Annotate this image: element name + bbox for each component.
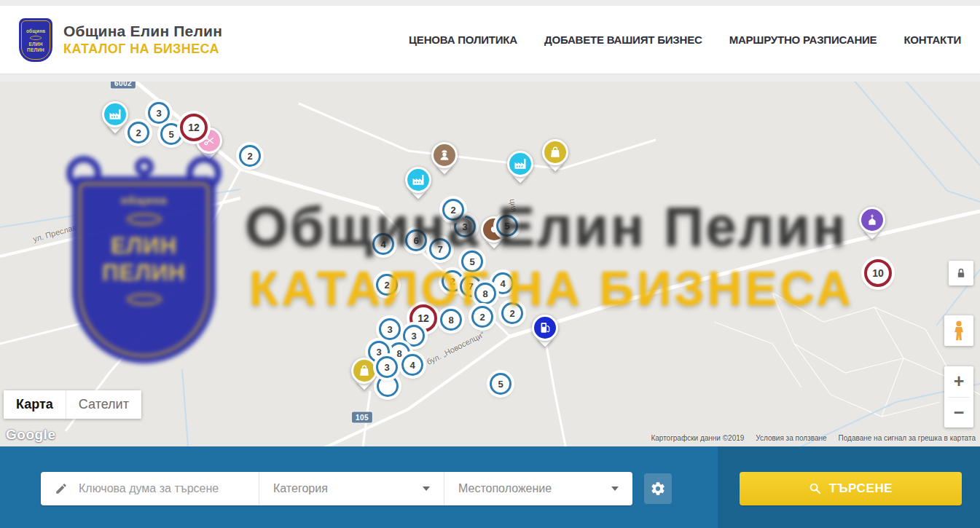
map-cluster-marker[interactable]: 4 xyxy=(372,233,394,255)
worker-icon xyxy=(431,142,458,168)
crest-line1: ЕЛИН xyxy=(22,42,50,47)
map-cluster-marker[interactable]: 3 xyxy=(376,356,398,378)
map-pin-fuel[interactable] xyxy=(528,315,562,355)
map-cluster-marker[interactable]: 2 xyxy=(128,122,149,143)
map-pin-factory[interactable] xyxy=(401,167,435,208)
google-logo[interactable]: Google xyxy=(6,427,55,443)
chevron-down-icon xyxy=(423,486,430,491)
map-cluster-marker[interactable]: 2 xyxy=(471,306,493,328)
keyword-search-input[interactable] xyxy=(77,481,250,496)
advanced-search-button[interactable] xyxy=(644,473,672,504)
search-pill: Категория Местоположение xyxy=(41,472,632,505)
crest-top-text: община xyxy=(22,28,50,34)
search-bar: ТЪРСЕНЕ Категория Местоположение xyxy=(0,446,980,528)
map-pin-shopping-bag[interactable] xyxy=(538,139,572,180)
map-cluster-marker[interactable]: 8 xyxy=(440,309,462,331)
shopping-bag-icon xyxy=(542,139,568,165)
location-select[interactable]: Местоположение xyxy=(444,472,632,505)
attribution-report-error-link[interactable]: Подаване на сигнал за грешка в картата xyxy=(839,434,976,442)
map-cluster-marker[interactable]: 2 xyxy=(239,145,261,167)
map-cluster-marker[interactable] xyxy=(377,375,399,397)
header: община ЕЛИН ПЕЛИН Община Елин Пелин КАТА… xyxy=(0,6,980,74)
page: община ЕЛИН ПЕЛИН Община Елин Пелин КАТА… xyxy=(0,0,980,528)
map-type-switcher: Карта Сателит xyxy=(4,390,141,419)
map-cluster-marker[interactable]: 5 xyxy=(160,123,182,145)
map-cluster-marker[interactable]: 6 xyxy=(405,229,427,251)
lock-icon xyxy=(954,266,968,280)
pegman-icon xyxy=(951,320,967,342)
map-cluster-marker[interactable]: 10 xyxy=(864,259,892,287)
factory-icon xyxy=(102,101,128,127)
map-cluster-marker[interactable]: 8 xyxy=(474,283,496,304)
map-cluster-marker[interactable]: 2 xyxy=(376,274,398,296)
main-nav: ЦЕНОВА ПОЛИТИКА ДОБАВЕТЕ ВАШИЯТ БИЗНЕС М… xyxy=(409,34,961,46)
nav-item-pricing-policy[interactable]: ЦЕНОВА ПОЛИТИКА xyxy=(409,34,517,46)
factory-icon xyxy=(405,167,431,193)
category-select[interactable]: Категория xyxy=(259,472,444,505)
pencil-icon xyxy=(55,482,68,495)
map-lock-button[interactable] xyxy=(949,261,973,285)
shopping-bag-icon xyxy=(351,358,377,384)
gear-icon xyxy=(650,481,666,497)
map-canvas[interactable]: 6002105ул. Преславбул. „Новоселци“ция 32… xyxy=(0,82,980,446)
zoom-in-button[interactable]: + xyxy=(944,366,973,397)
map-cluster-marker[interactable]: 5 xyxy=(461,251,483,272)
map-cluster-marker[interactable]: 4 xyxy=(401,354,423,376)
site-logo[interactable]: община ЕЛИН ПЕЛИН Община Елин Пелин КАТА… xyxy=(19,18,222,62)
zoom-control: + − xyxy=(944,366,973,427)
map-cluster-marker[interactable]: 12 xyxy=(180,114,208,141)
attribution-terms-link[interactable]: Условия за ползване xyxy=(756,434,826,442)
map-attribution: Картографски данни ©2019 Условия за полз… xyxy=(651,434,976,442)
map-cluster-marker[interactable]: 5 xyxy=(490,373,511,395)
map-cluster-marker[interactable]: 2 xyxy=(501,302,523,324)
zoom-out-button[interactable]: − xyxy=(944,398,973,428)
site-titles: Община Елин Пелин КАТАЛОГ НА БИЗНЕСА xyxy=(63,23,222,57)
search-button-label: ТЪРСЕНЕ xyxy=(829,481,893,496)
street-view-pegman[interactable] xyxy=(944,315,973,346)
search-button[interactable]: ТЪРСЕНЕ xyxy=(740,472,962,505)
crest-line2: ПЕЛИН xyxy=(22,47,50,53)
map-cluster-marker[interactable]: 3 xyxy=(148,102,170,124)
attribution-copyright: Картографски данни ©2019 xyxy=(651,434,744,442)
municipality-crest-icon: община ЕЛИН ПЕЛИН xyxy=(19,18,52,62)
fuel-icon xyxy=(532,315,558,341)
map-pin-factory[interactable] xyxy=(98,101,132,142)
search-icon xyxy=(809,482,822,495)
nav-item-route-schedule[interactable]: МАРШРУТНО РАЗПИСАНИЕ xyxy=(729,34,877,46)
map-cluster-marker[interactable]: 2 xyxy=(442,199,464,221)
nav-item-contacts[interactable]: КОНТАКТИ xyxy=(903,34,961,46)
chevron-down-icon xyxy=(611,486,619,491)
markers-layer: 32512232546752274812822338334510 xyxy=(0,82,980,446)
factory-icon xyxy=(507,151,533,177)
location-select-value: Местоположение xyxy=(458,482,552,495)
site-subtitle: КАТАЛОГ НА БИЗНЕСА xyxy=(63,42,222,57)
map-pin-factory[interactable] xyxy=(503,151,537,192)
site-title: Община Елин Пелин xyxy=(63,23,222,40)
search-button-panel: ТЪРСЕНЕ xyxy=(718,446,980,528)
category-select-value: Категория xyxy=(273,482,328,495)
map-pin-church[interactable] xyxy=(855,207,889,248)
church-icon xyxy=(859,207,885,233)
map-type-map-button[interactable]: Карта xyxy=(4,390,66,419)
keyword-section xyxy=(41,472,259,505)
map-type-satellite-button[interactable]: Сателит xyxy=(66,390,141,419)
map-cluster-marker[interactable]: 5 xyxy=(496,215,518,237)
nav-item-add-your-business[interactable]: ДОБАВЕТЕ ВАШИЯТ БИЗНЕС xyxy=(544,34,702,46)
map-cluster-marker[interactable]: 3 xyxy=(379,318,401,340)
crest-ornament xyxy=(30,36,42,40)
map-cluster-marker[interactable]: 3 xyxy=(403,325,425,347)
map-cluster-marker[interactable]: 7 xyxy=(429,238,451,260)
